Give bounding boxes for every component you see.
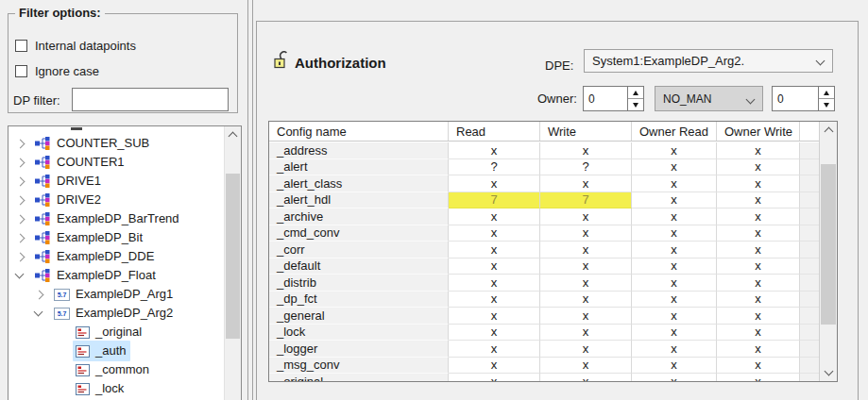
chevron-right-icon[interactable] — [32, 285, 51, 304]
tree-item[interactable]: 5.7 ExampleDP_Float — [9, 266, 224, 285]
read-cell[interactable]: x — [449, 208, 540, 225]
read-cell[interactable]: x — [449, 325, 540, 342]
config-name-cell[interactable]: _lock — [269, 325, 449, 342]
chevron-right-icon[interactable] — [13, 172, 32, 191]
chevron-down-icon[interactable] — [32, 304, 51, 323]
table-row[interactable]: _address x x x x — [269, 142, 819, 159]
chevron-down-icon[interactable] — [13, 266, 32, 285]
owner-write-cell[interactable]: x — [717, 374, 800, 381]
write-cell[interactable]: x — [540, 374, 632, 381]
write-cell[interactable]: x — [540, 325, 632, 342]
owner-write-cell[interactable]: x — [717, 341, 800, 358]
config-name-cell[interactable]: _default — [269, 258, 449, 275]
table-row[interactable]: _alert_class x x x x — [269, 175, 819, 192]
owner-read-cell[interactable]: x — [632, 242, 717, 258]
owner-read-cell[interactable]: x — [632, 341, 717, 358]
write-cell[interactable]: x — [540, 275, 632, 292]
write-cell[interactable]: x — [540, 175, 632, 192]
spin-up-icon[interactable] — [628, 87, 643, 99]
config-name-cell[interactable]: _distrib — [269, 275, 449, 292]
tree-item[interactable]: 5.7 ExampleDP_Arg1 — [9, 285, 224, 304]
write-cell[interactable]: x — [540, 258, 632, 275]
internal-datapoints-checkbox[interactable] — [15, 40, 27, 52]
read-cell[interactable]: x — [449, 308, 540, 325]
column-header-config-name[interactable]: Config name — [269, 122, 449, 141]
table-row[interactable]: _original x x x x — [269, 374, 819, 381]
chevron-right-icon[interactable] — [13, 134, 32, 153]
owner-read-cell[interactable]: x — [632, 142, 717, 159]
table-row[interactable]: _logger x x x x — [269, 341, 819, 358]
table-row[interactable]: _default x x x x — [269, 258, 819, 275]
read-cell[interactable]: x — [449, 374, 540, 381]
read-cell[interactable]: x — [449, 142, 540, 159]
tree-item[interactable]: 5.7 _common — [9, 360, 224, 379]
tree-item[interactable]: 5.7 _lock — [9, 379, 224, 398]
config-name-cell[interactable]: _logger — [269, 341, 449, 358]
table-row[interactable]: _msg_conv x x x x — [269, 358, 819, 375]
owner-read-cell[interactable]: x — [632, 325, 717, 342]
owner-read-cell[interactable]: x — [632, 208, 717, 225]
read-cell[interactable]: x — [449, 175, 540, 192]
read-cell[interactable]: x — [449, 341, 540, 358]
config-name-cell[interactable]: _alert_class — [269, 175, 449, 192]
chevron-right-icon[interactable] — [13, 153, 32, 172]
read-cell[interactable]: x — [449, 275, 540, 292]
chevron-right-icon[interactable] — [13, 228, 32, 247]
owner-write-cell[interactable]: x — [717, 208, 800, 225]
read-cell[interactable]: x — [449, 292, 540, 308]
read-cell[interactable]: 7 — [449, 192, 540, 209]
owner-write-cell[interactable]: x — [717, 142, 800, 159]
read-cell[interactable]: x — [449, 225, 540, 242]
owner-read-cell[interactable]: x — [632, 175, 717, 192]
owner-write-cell[interactable]: x — [717, 358, 800, 375]
config-name-cell[interactable]: _address — [269, 142, 449, 159]
owner-read-cell[interactable]: x — [632, 192, 717, 209]
owner-group-combobox[interactable]: NO_MAN — [655, 86, 763, 111]
write-cell[interactable]: x — [540, 341, 632, 358]
config-name-cell[interactable]: _alert — [269, 159, 449, 176]
owner-write-cell[interactable]: x — [717, 325, 800, 342]
owner-read-cell[interactable]: x — [632, 159, 717, 176]
config-name-cell[interactable]: _msg_conv — [269, 358, 449, 375]
write-cell[interactable]: x — [540, 142, 632, 159]
write-cell[interactable]: x — [540, 225, 632, 242]
ignore-case-checkbox[interactable] — [15, 65, 27, 77]
tree-item[interactable]: 5.7 ExampleDP_BarTrend — [9, 209, 224, 228]
owner-read-cell[interactable]: x — [632, 258, 717, 275]
tree-scrollbar[interactable] — [224, 126, 241, 400]
owner-write-cell[interactable]: x — [717, 308, 800, 325]
owner-level-spinbox[interactable]: 0 — [772, 86, 835, 111]
chevron-right-icon[interactable] — [13, 209, 32, 228]
column-header-read[interactable]: Read — [449, 122, 540, 141]
write-cell[interactable]: x — [540, 242, 632, 258]
write-cell[interactable]: x — [540, 308, 632, 325]
tree-item[interactable]: 5.7 DRIVE2 — [9, 191, 224, 209]
config-name-cell[interactable]: _dp_fct — [269, 292, 449, 308]
table-scrollbar[interactable] — [819, 122, 837, 381]
tree-item[interactable]: 5.7 COUNTER_SUB — [9, 134, 224, 153]
config-name-cell[interactable]: _cmd_conv — [269, 225, 449, 242]
table-scrollbar-thumb[interactable] — [821, 164, 836, 325]
owner-write-cell[interactable]: x — [717, 242, 800, 258]
read-cell[interactable]: ? — [449, 159, 540, 176]
table-row[interactable]: _lock x x x x — [269, 325, 819, 342]
owner-read-cell[interactable]: x — [632, 374, 717, 381]
owner-read-cell[interactable]: x — [632, 358, 717, 375]
config-name-cell[interactable]: _original — [269, 374, 449, 381]
read-cell[interactable]: x — [449, 258, 540, 275]
table-scroll-down-icon[interactable] — [820, 365, 837, 381]
spin-down-icon[interactable] — [628, 99, 643, 110]
table-row[interactable]: _alert_hdl 7 7 x x — [269, 192, 819, 209]
owner-write-cell[interactable]: x — [717, 225, 800, 242]
owner-read-cell[interactable]: x — [632, 275, 717, 292]
table-row[interactable]: _archive x x x x — [269, 208, 819, 225]
owner-write-cell[interactable]: x — [717, 275, 800, 292]
owner-read-cell[interactable]: x — [632, 292, 717, 308]
tree-item[interactable]: 5.7 ExampleDP_Bit — [9, 228, 224, 247]
table-row[interactable]: _cmd_conv x x x x — [269, 225, 819, 242]
tree-item[interactable]: 5.7 _original — [9, 323, 224, 342]
dp-filter-input[interactable] — [72, 88, 229, 111]
column-header-owner-read[interactable]: Owner Read — [632, 122, 717, 141]
ignore-case-checkbox-row[interactable]: Ignore case — [15, 64, 99, 78]
owner-write-cell[interactable]: x — [717, 292, 800, 308]
